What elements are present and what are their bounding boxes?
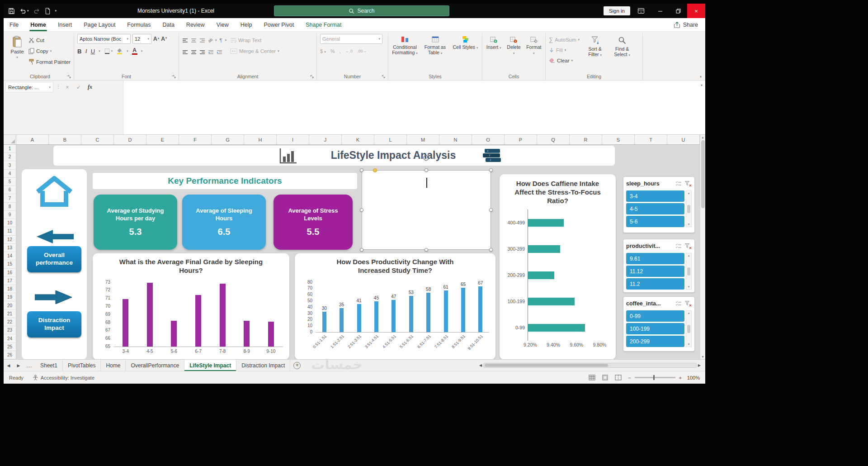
bar-column[interactable]: 45 <box>368 278 385 333</box>
slicer-productivity[interactable]: productivit... 9.6111.1211.2 ▲▼ <box>623 239 695 293</box>
bar[interactable] <box>478 286 482 332</box>
home-icon[interactable] <box>35 176 74 207</box>
scrollbar-thumb[interactable] <box>687 325 690 333</box>
row-header[interactable]: 9 <box>4 211 16 219</box>
decrease-decimal-button[interactable]: .00→ <box>357 49 367 53</box>
clear-filter-icon[interactable] <box>684 181 692 187</box>
bar[interactable] <box>374 301 378 332</box>
kpi-card-studying-hours[interactable]: Average of Studying Hours per day 5.3 <box>94 195 177 250</box>
row-header[interactable]: 10 <box>4 219 16 227</box>
new-document-icon[interactable] <box>45 8 51 14</box>
font-size-combo[interactable]: 12▾ <box>132 34 151 44</box>
column-header[interactable]: E <box>146 135 179 144</box>
search-box[interactable]: Search <box>274 5 449 16</box>
ribbon-tab-review[interactable]: Review <box>180 18 211 31</box>
slicer-item[interactable]: 100-199 <box>626 323 684 334</box>
row-header[interactable]: 26 <box>4 351 16 359</box>
scroll-up-icon[interactable]: ▲ <box>701 136 704 139</box>
sheet-tab-lifestyle-impact[interactable]: LifeStyle Impact <box>184 360 236 371</box>
column-header[interactable]: I <box>277 135 309 144</box>
column-header[interactable]: J <box>309 135 342 144</box>
comma-style-button[interactable]: , <box>339 48 340 54</box>
column-header[interactable]: F <box>179 135 212 144</box>
bar-row[interactable]: 0-99 <box>504 314 611 341</box>
collapse-ribbon-icon[interactable]: ▴ <box>700 74 702 78</box>
scroll-up-icon[interactable]: ▲ <box>688 312 690 314</box>
bar-column[interactable]: 30 <box>316 278 333 333</box>
bar[interactable] <box>528 219 564 227</box>
percent-style-button[interactable]: % <box>330 48 335 54</box>
slicer-sleep-hours[interactable]: sleep_hours 3-44-55-6 ▲▼ <box>623 176 695 233</box>
column-header[interactable]: B <box>49 135 81 144</box>
orientation-button[interactable]: ab <box>207 37 213 43</box>
scroll-down-icon[interactable]: ▼ <box>688 343 690 346</box>
fill-button[interactable]: Fill▾ <box>549 45 580 55</box>
scrollbar-thumb[interactable] <box>687 267 690 276</box>
bar[interactable] <box>392 300 396 332</box>
dialog-launcher-icon[interactable] <box>67 75 71 79</box>
bar-row[interactable]: 100-199 <box>504 288 611 314</box>
bar-row[interactable]: 400-499 <box>504 209 611 236</box>
slicer-item[interactable]: 11.12 <box>626 266 684 277</box>
underline-button[interactable]: U <box>91 48 95 55</box>
undo-icon[interactable]: ▾ <box>19 8 29 14</box>
new-sheet-button[interactable]: + <box>290 360 304 371</box>
row-header[interactable]: 7 <box>4 194 16 202</box>
format-as-table-button[interactable]: Format as Table ▾ <box>422 34 448 55</box>
row-header[interactable]: 3 <box>4 161 16 169</box>
selection-handle[interactable] <box>425 248 428 252</box>
column-header[interactable]: T <box>635 135 667 144</box>
align-left-icon[interactable] <box>182 50 188 55</box>
bar[interactable] <box>147 283 153 347</box>
font-name-combo[interactable]: Aptos Narrow (Boc▾ <box>77 34 131 44</box>
slicer-scrollbar[interactable]: ▲▼ <box>686 310 692 347</box>
column-header[interactable]: A <box>16 135 49 144</box>
bar[interactable] <box>268 322 274 347</box>
bar-row[interactable]: 300-399 <box>504 236 611 262</box>
formula-input[interactable] <box>123 81 705 134</box>
enter-icon[interactable]: ✓ <box>74 82 83 92</box>
sign-in-button[interactable]: Sign in <box>604 6 630 15</box>
column-header[interactable]: S <box>602 135 635 144</box>
selection-handle[interactable] <box>425 168 428 172</box>
dialog-launcher-icon[interactable] <box>310 75 314 79</box>
column-header[interactable]: N <box>439 135 472 144</box>
ribbon-tab-power-pivot[interactable]: Power Pivot <box>258 18 300 31</box>
row-header[interactable]: 5 <box>4 178 16 186</box>
selection-handle[interactable] <box>360 208 363 212</box>
grow-font-button[interactable]: A▴ <box>153 36 159 42</box>
column-header[interactable]: H <box>244 135 277 144</box>
cell-styles-button[interactable]: Cell Styles ▾ <box>452 34 479 50</box>
column-header[interactable]: M <box>407 135 439 144</box>
horizontal-scrollbar[interactable]: ◀ ▶ <box>479 360 705 371</box>
scrollbar-thumb[interactable] <box>485 364 608 367</box>
selection-handle[interactable] <box>360 248 363 252</box>
row-header[interactable]: 11 <box>4 227 16 235</box>
ribbon-tab-file[interactable]: File <box>4 18 24 31</box>
bar[interactable] <box>426 293 430 332</box>
cancel-icon[interactable]: × <box>63 82 72 92</box>
row-header[interactable]: 15 <box>4 260 16 268</box>
formula-bar-expand-icon[interactable]: ▾ <box>701 83 703 87</box>
insert-function-icon[interactable]: fx <box>85 82 94 92</box>
row-header[interactable]: 12 <box>4 236 16 244</box>
selected-text-box-shape[interactable] <box>362 170 491 250</box>
selection-handle[interactable] <box>489 168 493 172</box>
row-header[interactable]: 16 <box>4 269 16 277</box>
overall-performance-button[interactable]: Overall performance <box>27 246 81 272</box>
bar[interactable] <box>409 296 413 332</box>
slicer-item[interactable]: 11.2 <box>626 278 684 290</box>
sheet-tab-distraction-impact[interactable]: Distraction Impact <box>236 360 290 371</box>
column-header[interactable]: P <box>505 135 537 144</box>
arrow-left-icon[interactable] <box>35 230 74 243</box>
bar-column[interactable]: 67 <box>472 278 489 333</box>
scrollbar-thumb[interactable] <box>701 140 705 208</box>
namebox-resize-handle[interactable]: ⋮ <box>56 82 61 90</box>
bar-column[interactable] <box>235 278 259 347</box>
row-header[interactable]: 24 <box>4 334 16 342</box>
scroll-left-icon[interactable]: ◀ <box>479 363 482 367</box>
bar-column[interactable] <box>138 278 162 347</box>
sheet-canvas[interactable]: LifeStyle Impact Analysis Overall perfor… <box>16 145 700 359</box>
column-header[interactable]: U <box>667 135 700 144</box>
customize-toolbar-icon[interactable]: ▾ <box>55 9 57 13</box>
